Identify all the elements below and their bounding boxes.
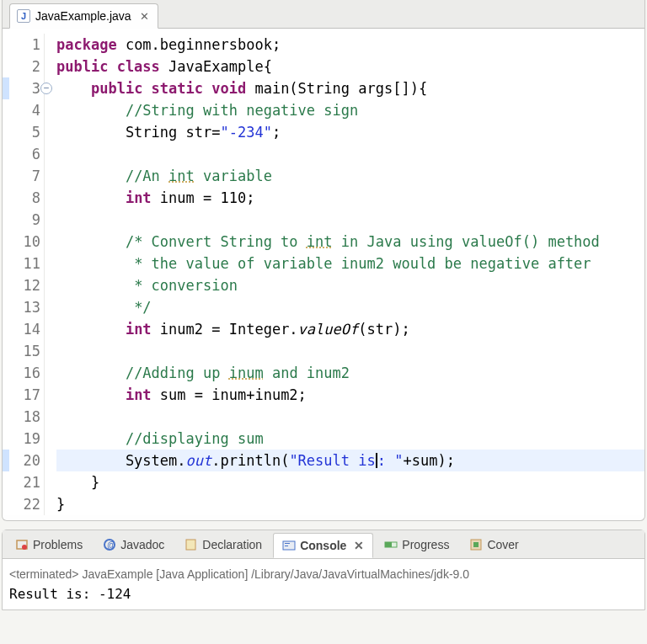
code-line[interactable] [56,340,644,362]
code-token: */ [126,299,152,316]
code-token: sum = inum+inum2; [152,386,307,403]
code-line[interactable]: int inum2 = Integer.valueOf(str); [56,318,644,340]
line-number: 16 [3,362,40,384]
code-line[interactable] [56,143,644,165]
code-token: valueOf [298,321,359,338]
code-line[interactable]: * the value of variable inum2 would be n… [56,253,644,274]
code-token [56,80,91,97]
editor-pane: J JavaExample.java ✕ − 12345678910111213… [2,0,645,521]
code-line[interactable]: } [56,493,644,515]
line-number: 9 [3,209,40,231]
view-tab-progress[interactable]: Progress [375,532,458,557]
coverage-icon [469,538,483,551]
javadoc-icon: @ [103,538,116,551]
code-line[interactable]: */ [56,296,644,318]
code-line[interactable]: int sum = inum+inum2; [56,384,644,406]
view-tab-declaration[interactable]: Declaration [175,532,271,557]
line-number: 5 [3,121,40,143]
line-number: 7 [3,165,40,187]
code-token: inum = 110; [152,189,255,206]
view-tab-console[interactable]: Console✕ [273,533,373,558]
line-number: 6 [3,143,40,165]
code-token [56,299,126,316]
code-line[interactable]: * conversion [56,274,644,296]
code-line[interactable]: //Adding up inum and inum2 [56,362,644,384]
code-token: } [56,496,65,513]
view-tab-javadoc[interactable]: @Javadoc [94,532,174,557]
code-token: com.beginnersbook; [117,36,281,53]
editor-tab-filename: JavaExample.java [35,9,131,23]
view-tab-label: Progress [402,538,449,551]
console-output-line: Result is: -124 [9,584,638,604]
code-content[interactable]: package com.beginnersbook;public class J… [45,34,644,515]
code-token: public class [56,58,160,75]
code-line[interactable]: /* Convert String to int in Java using v… [56,231,644,253]
code-line[interactable]: //String with negative sign [56,99,644,121]
view-tab-bar: Problems@JavadocDeclarationConsole✕Progr… [3,530,644,559]
code-line[interactable]: public class JavaExample{ [56,56,644,77]
code-line[interactable]: //An int variable [56,165,644,187]
code-token: //Adding up [126,365,229,381]
code-line[interactable]: public static void main(String args[]){ [56,77,644,99]
line-number: 1 [3,34,40,56]
code-token: ; [272,124,281,141]
code-token: /* Convert String to [126,233,307,250]
editor-tab-bar: J JavaExample.java ✕ [3,0,644,29]
view-tab-problems[interactable]: Problems [6,532,92,557]
close-icon[interactable]: ✕ [350,539,364,552]
code-token: * conversion [126,277,238,294]
code-token [56,255,126,272]
code-token: "Result is [289,452,375,469]
code-token: int [126,189,152,206]
line-number: 10 [3,231,40,253]
code-editor[interactable]: − 12345678910111213141516171819202122 pa… [3,29,644,515]
close-icon[interactable]: ✕ [136,10,149,23]
code-token: : " [377,452,404,469]
code-token: int [126,321,152,338]
code-line[interactable]: int inum = 110; [56,187,644,209]
code-line[interactable]: String str="-234"; [56,121,644,143]
code-token: .println( [211,452,289,469]
line-number: 15 [3,340,40,362]
line-number: 2 [3,56,40,77]
line-number: 12 [3,274,40,296]
code-token [56,430,126,447]
view-tab-label: Problems [33,538,83,551]
line-number: 11 [3,253,40,274]
console-icon [282,539,296,552]
view-tab-label: Cover [487,538,518,551]
java-file-icon: J [17,9,30,23]
declaration-icon [184,538,198,551]
progress-icon [384,538,398,551]
line-number: 3 [3,77,40,99]
bottom-views-pane: Problems@JavadocDeclarationConsole✕Progr… [2,530,645,610]
code-token: //An [126,168,168,184]
code-line[interactable] [56,406,644,428]
code-token [56,102,126,119]
code-token: int [307,233,333,250]
editor-tab[interactable]: J JavaExample.java ✕ [9,3,158,29]
svg-rect-6 [285,543,290,544]
view-tab-coverage[interactable]: Cover [460,532,527,557]
code-token: System. [56,452,186,469]
line-number: 19 [3,428,40,450]
code-token [56,321,126,338]
code-token: //displaying sum [126,430,264,447]
code-line[interactable] [56,209,644,231]
code-line[interactable]: } [56,471,644,493]
svg-text:@: @ [107,540,115,550]
line-number: 13 [3,296,40,318]
line-number: 21 [3,471,40,493]
svg-rect-11 [473,542,479,547]
code-token: public static void [91,80,246,97]
code-token: "-234" [220,124,271,141]
line-number: 20 [3,450,40,471]
code-line[interactable]: package com.beginnersbook; [56,34,644,56]
code-line[interactable]: System.out.println("Result is: "+sum); [56,450,644,471]
line-number: 8 [3,187,40,209]
code-token: } [56,474,99,491]
code-line[interactable]: //displaying sum [56,428,644,450]
code-token: inum2 = Integer. [152,321,298,338]
code-token: (str); [358,321,409,338]
code-token: +sum); [403,452,454,469]
